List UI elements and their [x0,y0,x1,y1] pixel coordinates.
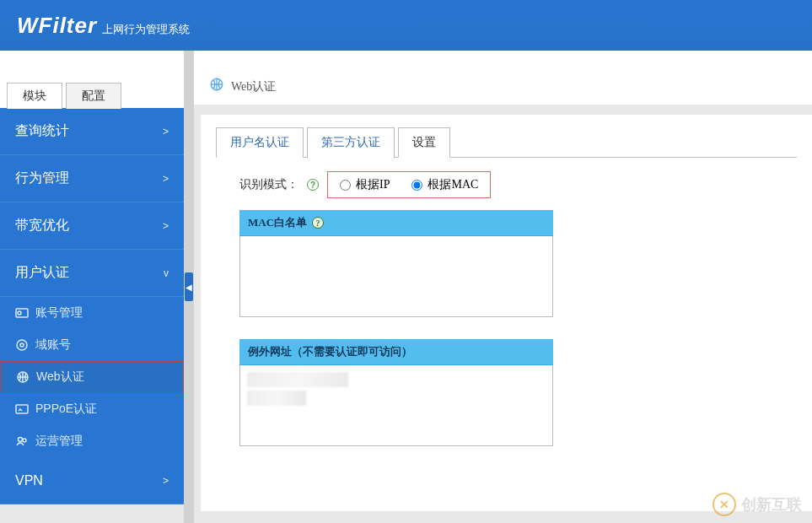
chevron-right-icon: > [163,173,169,185]
mac-whitelist-header: MAC白名单 ? [239,210,553,236]
radio-by-mac[interactable]: 根据MAC [411,177,478,192]
sidebar-item-account-mgmt[interactable]: 账号管理 [0,297,184,329]
mode-radio-group: 根据IP 根据MAC [327,171,491,198]
main-area: Web认证 用户名认证 第三方认证 设置 识别模式： ? 根据IP [194,51,812,523]
radio-by-ip-input[interactable] [340,180,351,191]
chevron-right-icon: > [163,475,169,487]
tab-settings[interactable]: 设置 [398,127,450,158]
app-logo: WFilter [17,13,97,39]
svg-point-7 [23,439,26,442]
sidebar-tab-module[interactable]: 模块 [7,83,62,109]
at-icon [15,338,29,352]
help-icon[interactable]: ? [307,179,319,191]
sidebar-item-pppoe-auth[interactable]: PPPoE认证 [0,393,184,425]
svg-point-2 [17,340,27,350]
nav-user-auth-submenu: 账号管理 域账号 Web认证 PPPoE认证 运营管理 [0,297,184,457]
tab-username-auth[interactable]: 用户名认证 [216,127,304,158]
id-card-icon [15,306,29,320]
nav-behavior-mgmt[interactable]: 行为管理 > [0,155,184,202]
exception-url-block: 例外网址（不需要认证即可访问） [239,339,553,446]
svg-point-1 [18,311,21,315]
app-subtitle: 上网行为管理系统 [102,22,190,37]
settings-panel: 用户名认证 第三方认证 设置 识别模式： ? 根据IP 根据MA [201,115,812,511]
chevron-down-icon: v [164,267,169,279]
radio-by-mac-input[interactable] [411,180,422,191]
mac-whitelist-block: MAC白名单 ? [239,210,553,317]
chevron-right-icon: > [163,126,169,137]
sidebar: 模块 配置 查询统计 > 行为管理 > 带宽优化 > 用户认证 v [0,51,184,523]
watermark: ✕ 创新互联 [713,493,802,516]
globe-icon [16,370,30,384]
exception-url-header: 例外网址（不需要认证即可访问） [239,339,553,365]
sidebar-item-ops-mgmt[interactable]: 运营管理 [0,425,184,457]
panel-tabs: 用户名认证 第三方认证 设置 [216,127,797,158]
nav-query-stats[interactable]: 查询统计 > [0,108,184,155]
exception-url-textarea[interactable] [239,365,553,446]
page-title: Web认证 [231,79,276,94]
help-icon[interactable]: ? [312,217,324,229]
sidebar-tab-config[interactable]: 配置 [66,83,121,109]
key-icon [15,402,29,416]
sidebar-item-web-auth[interactable]: Web认证 [0,361,184,393]
watermark-text: 创新互联 [741,494,802,515]
chevron-right-icon: > [163,220,169,232]
sidebar-item-domain-account[interactable]: 域账号 [0,329,184,361]
svg-rect-5 [16,405,28,413]
sidebar-splitter[interactable]: ◀ [184,51,194,523]
mac-whitelist-textarea[interactable] [239,236,553,317]
watermark-icon: ✕ [713,493,736,516]
users-icon [15,434,29,448]
sidebar-nav: 查询统计 > 行为管理 > 带宽优化 > 用户认证 v 账号管理 [0,108,184,504]
globe-icon [209,77,224,94]
nav-user-auth[interactable]: 用户认证 v [0,250,184,297]
settings-content: 识别模式： ? 根据IP 根据MAC [216,158,797,482]
svg-point-3 [20,343,24,347]
redacted-content [247,372,348,387]
recognition-mode-row: 识别模式： ? 根据IP 根据MAC [239,171,773,198]
sidebar-top-tabs: 模块 配置 [0,51,184,108]
mode-label: 识别模式： [239,177,298,192]
nav-bandwidth-opt[interactable]: 带宽优化 > [0,202,184,250]
svg-point-6 [19,438,23,442]
redacted-content [247,391,306,406]
app-header: WFilter 上网行为管理系统 [0,0,812,51]
collapse-handle-icon[interactable]: ◀ [185,272,193,301]
tab-thirdparty-auth[interactable]: 第三方认证 [307,127,395,158]
radio-by-ip[interactable]: 根据IP [340,177,390,192]
page-header: Web认证 [194,51,812,108]
nav-vpn[interactable]: VPN > [0,457,184,504]
